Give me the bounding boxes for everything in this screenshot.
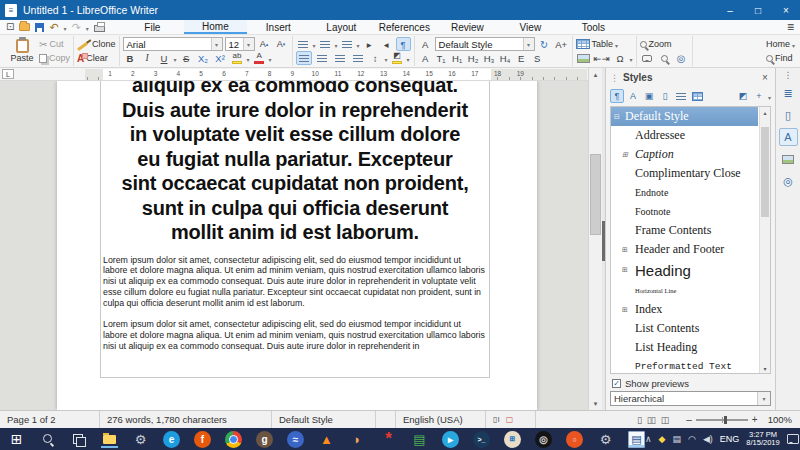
underline-button[interactable]: U [157,51,172,65]
document-vertical-scrollbar[interactable]: ▴ ▾ [588,68,602,410]
tab-view[interactable]: View [499,20,562,34]
tab-layout[interactable]: Layout [310,20,373,34]
insert-comment-button[interactable] [640,51,655,65]
page-styles-icon[interactable]: ▯ [658,89,672,103]
highlight-dropdown[interactable] [247,53,250,64]
taskbar-clock[interactable]: 3:27 PM 8/15/2019 [746,431,779,448]
font-name-combobox[interactable]: Arial [123,37,223,51]
style-item-default-style[interactable]: ⊟Default Style [611,107,758,126]
align-right-button[interactable] [332,51,348,65]
increase-indent-button[interactable]: ▸ [362,37,377,51]
italic-button[interactable]: I [140,51,155,65]
show-previews-row[interactable]: ✓ Show previews [606,375,775,391]
overwrite-mode-icon[interactable]: ▯I [493,415,500,424]
save-icon[interactable] [35,23,44,32]
tab-tools[interactable]: Tools [562,20,625,34]
media-player-app-icon[interactable]: ▸ [442,431,459,448]
tab-home[interactable]: Home [184,20,247,34]
sidebar-menu-icon[interactable]: ⋮ [784,70,793,80]
bullet-list-button[interactable] [296,37,311,51]
orange-swoosh-app-icon[interactable]: ◗ [349,431,366,448]
style-item-frame-contents[interactable]: Frame Contents [611,221,758,240]
heading3-style-button[interactable]: H₃ [482,52,497,65]
highlight-color-button[interactable]: ab [230,51,245,65]
line-spacing-button[interactable]: ↕ [368,51,383,65]
layout-switcher-dropdown[interactable] [792,39,795,50]
style-item-preformatted-text[interactable]: Preformatted Text [611,357,758,374]
list-scroll-down-arrow[interactable]: ▾ [760,363,770,373]
subscript-button[interactable]: X₂ [196,51,211,65]
title-style-button[interactable]: T₁ [434,52,449,65]
wifi-icon[interactable]: ◠ [688,434,696,444]
no-character-style-button[interactable]: A [418,52,433,65]
action-center-icon[interactable] [787,434,799,444]
decrease-indent-button[interactable]: ◂ [379,37,394,51]
open-icon[interactable] [19,23,30,31]
scrollbar-thumb[interactable] [590,154,601,235]
sidebar-splitter[interactable] [602,68,605,410]
special-character-button[interactable]: Ω [613,51,628,65]
scroll-up-arrow[interactable]: ▴ [589,68,602,81]
table-styles-icon[interactable] [690,89,704,103]
justify-button[interactable] [350,51,366,65]
update-style-button[interactable]: ↻ [537,37,552,51]
hamburger-menu-icon[interactable]: ≡ [787,20,794,34]
strikethrough-button[interactable]: S [179,51,194,65]
styles-tab-icon[interactable]: A [779,128,798,146]
insert-image-button[interactable] [576,51,591,65]
style-item-complimentary-close[interactable]: Complimentary Close [611,164,758,183]
firefox-icon[interactable]: f [194,431,211,448]
minimize-button[interactable]: – [716,0,744,20]
document-page[interactable]: aliquip ex ea commodo consequat.Duis aut… [57,81,537,410]
tab-stop-selector[interactable]: L [2,69,14,79]
zoom-slider-thumb[interactable] [724,416,727,424]
zoom-page-button[interactable] [657,51,672,65]
emphasis-style-button[interactable]: E [514,52,529,65]
grow-font-button[interactable]: A▴ [257,37,272,51]
paint-splat-app-icon[interactable]: * [380,431,397,448]
book-view-icon[interactable]: ◫ [661,415,669,425]
selection-mode-icon[interactable]: ▢ [506,415,514,424]
navigator-tab-icon[interactable]: ◎ [779,172,798,190]
new-style-button[interactable]: A+ [554,37,569,51]
splitter-grip[interactable] [602,221,605,261]
paragraph-styles-icon[interactable]: ¶ [610,89,624,103]
find-button[interactable]: Find [766,51,795,65]
edge-icon[interactable]: e [163,431,180,448]
tab-file[interactable]: File [121,20,184,34]
store-icon[interactable]: ⊞ [504,431,521,448]
paragraph-background-button[interactable]: ◩ [390,51,405,65]
clone-formatting-button[interactable]: Clone [77,37,116,51]
style-item-index[interactable]: ⊞Index [611,300,758,319]
new-document-icon[interactable]: ⊡ [6,21,14,33]
styles-close-icon[interactable]: × [759,72,771,83]
text-boundary[interactable]: aliquip ex ea commodo consequat.Duis aut… [100,81,490,378]
volume-icon[interactable]: ◀) [703,434,713,444]
redo-button[interactable]: ↷ [72,21,81,33]
search-icon[interactable] [39,431,56,448]
zoom-slider[interactable]: – + [678,414,765,425]
task-view-icon[interactable] [70,431,87,448]
font-color-button[interactable]: A [252,51,267,65]
font-size-combobox[interactable]: 12 [225,37,255,51]
style-item-endnote[interactable]: Endnote [611,183,758,202]
tab-insert[interactable]: Insert [247,20,310,34]
style-item-footnote[interactable]: Footnote [611,202,758,221]
style-item-addressee[interactable]: Addressee [611,126,758,145]
bullet-list-dropdown[interactable] [313,39,316,50]
numbered-list-button[interactable] [318,37,333,51]
tray-chevron-icon[interactable]: ∧ [645,434,652,444]
paragraph-style-combobox[interactable]: Default Style [435,37,535,51]
ubuntu-icon[interactable]: ○ [566,431,583,448]
horizontal-ruler[interactable]: L 12345678910111213141516171819 [0,68,588,81]
gallery-tab-icon[interactable] [779,150,798,168]
font-color-dropdown[interactable] [269,53,272,64]
language-status[interactable]: English (USA) [396,411,486,428]
zoom-percentage[interactable]: 100% [766,414,800,425]
new-style-from-selection-icon[interactable]: + [752,89,766,103]
media-app-icon[interactable]: ≈ [287,431,304,448]
line-spacing-dropdown[interactable] [385,53,388,64]
print-icon[interactable] [94,22,105,32]
style-item-header-and-footer[interactable]: ⊞Header and Footer [611,240,758,259]
style-dropdown[interactable] [523,38,534,50]
